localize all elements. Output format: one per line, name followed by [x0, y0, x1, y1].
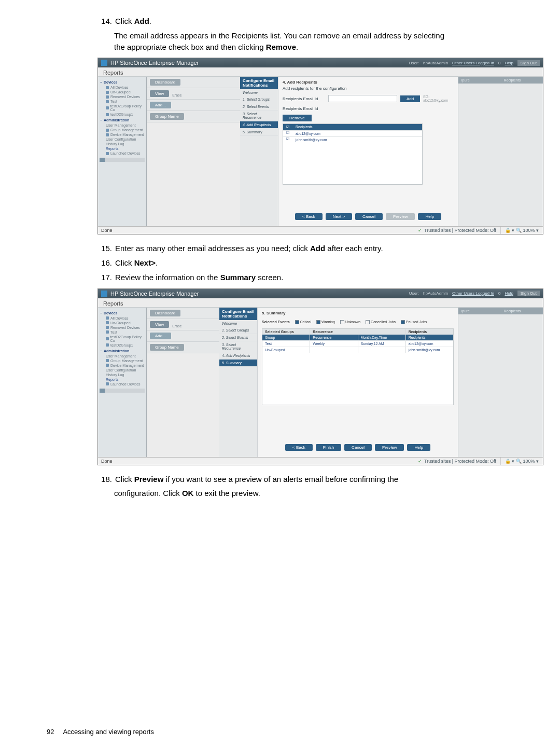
nav-tree: −Devices All Devices Un-Grouped Removed …: [98, 77, 147, 226]
screenshot-add-recipients: HP StoreOnce Enterprise Manager User: hp…: [97, 58, 543, 234]
checkbox-unknown: [340, 320, 344, 324]
nav-group1[interactable]: testD2Group1: [100, 112, 145, 117]
security-icon: 🔒 ▾: [505, 228, 516, 233]
table-row: Test Weekly Sunday,12 AM abc12@xy.com: [262, 340, 453, 347]
view-button[interactable]: View: [150, 321, 169, 328]
page-number: 92: [47, 728, 54, 736]
finish-button[interactable]: Finish: [316, 444, 341, 451]
wizard-step-5[interactable]: 5. Summary: [219, 360, 257, 367]
help-button[interactable]: Help: [418, 213, 441, 220]
page-footer: 92 Accessing and viewing reports: [47, 728, 154, 736]
help-link[interactable]: Help: [505, 61, 513, 65]
nav-scrollbar[interactable]: [100, 389, 145, 393]
nav-user-mgmt[interactable]: User Management: [100, 123, 145, 128]
table-row: Un-Grouped john.smith@xy.com: [262, 347, 453, 353]
zoom-icon: 🔍: [516, 459, 523, 464]
nav-tree: −Devices All Devices Un-Grouped Removed …: [98, 308, 147, 457]
hp-logo-icon: [101, 60, 107, 66]
group-name-column[interactable]: Group Name: [150, 113, 184, 120]
other-users-link[interactable]: Other Users Logged In: [452, 291, 494, 296]
dashboard-button[interactable]: Dashboard: [150, 310, 180, 316]
select-all-checkbox[interactable]: ☑: [283, 124, 292, 130]
recipient-email-input[interactable]: [328, 95, 397, 102]
cancel-button[interactable]: Cancel: [355, 213, 383, 220]
checkbox-cancelled: [366, 320, 370, 324]
add-toolbar-button[interactable]: Add...: [150, 102, 171, 108]
nav-scrollbar[interactable]: [100, 158, 145, 162]
wizard-steps: Configure Email Notifications Welcome 1.…: [240, 77, 278, 226]
footer-title: Accessing and viewing reports: [63, 728, 154, 736]
back-button[interactable]: < Back: [295, 213, 323, 220]
row-checkbox[interactable]: ☑: [283, 137, 292, 143]
checkbox-critical: [295, 320, 299, 324]
checkbox-paused: [401, 320, 405, 324]
nav-all-devices[interactable]: All Devices: [100, 85, 145, 90]
tab-reports[interactable]: Reports: [101, 300, 125, 307]
selected-events: Selected Events Critical Warning Unknown…: [262, 320, 454, 324]
recipients-column: Recipients: [292, 124, 422, 130]
right-panel: ipure Recipients: [458, 77, 543, 226]
wizard-panel-add-recipients: 4. Add Recipients Add recipients for the…: [278, 77, 458, 226]
wizard-step-4[interactable]: 4. Add Recipients: [240, 121, 278, 129]
screenshot-summary: HP StoreOnce Enterprise Manager User: hp…: [97, 288, 543, 465]
wizard-step-2[interactable]: 2. Select Events: [240, 103, 278, 110]
preview-button: Preview: [386, 213, 415, 220]
nav-removed[interactable]: Removed Devices: [100, 94, 145, 99]
preview-button[interactable]: Preview: [375, 444, 404, 451]
nav-history[interactable]: History Log: [100, 142, 145, 146]
wizard-step-5[interactable]: 5. Summary: [240, 129, 278, 136]
security-icon: 🔒 ▾: [505, 459, 516, 464]
step-14-detail: The email address appears in the Recipie…: [114, 30, 513, 53]
step-18: 18.Click Preview if you want to see a pr…: [97, 474, 513, 485]
nav-device-mgmt[interactable]: Device Management: [100, 132, 145, 137]
other-users-link[interactable]: Other Users Logged In: [452, 61, 494, 65]
help-button[interactable]: Help: [407, 444, 430, 451]
help-link[interactable]: Help: [505, 291, 513, 296]
sign-out-button[interactable]: Sign Out: [517, 291, 540, 296]
add-toolbar-button[interactable]: Add...: [150, 333, 171, 339]
step-15: 15.Enter as many other email addresses a…: [97, 243, 513, 254]
nav-launched[interactable]: Launched Devices: [100, 151, 145, 156]
checkbox-warning: [316, 320, 320, 324]
check-icon: ✓: [418, 228, 422, 233]
summary-table: Selected Groups Recurrence Recipients Gr…: [262, 328, 454, 405]
view-button[interactable]: View: [150, 90, 169, 97]
step-17: 17.Review the information on the Summary…: [97, 272, 513, 283]
email-label: Recipients Email Id: [283, 96, 325, 101]
nav-group-mgmt[interactable]: Group Management: [100, 128, 145, 132]
table-row[interactable]: ☑ abc12@xy.com: [283, 130, 422, 136]
nav-test[interactable]: Test: [100, 99, 145, 104]
hp-logo-icon: [101, 291, 107, 297]
app-title: HP StoreOnce Enterprise Manager: [110, 60, 199, 66]
wizard-step-3[interactable]: 3. Select Recurrence: [240, 110, 278, 121]
nav-policy[interactable]: testD2Group Policy Co: [100, 104, 145, 112]
wizard-header: Configure Email Notifications: [240, 77, 278, 89]
tab-reports[interactable]: Reports: [101, 69, 125, 76]
wizard-step-1[interactable]: 1. Select Groups: [240, 96, 278, 103]
step-14: 14.Click Add.: [97, 16, 513, 27]
add-button[interactable]: Add: [400, 95, 420, 102]
app-title-bar: HP StoreOnce Enterprise Manager User: hp…: [98, 289, 543, 298]
nav-ungrouped[interactable]: Un-Grouped: [100, 90, 145, 94]
tab-bar: Reports: [98, 67, 543, 77]
toolbar: Dashboard: [147, 77, 240, 88]
sign-out-button[interactable]: Sign Out: [517, 60, 540, 66]
row-checkbox[interactable]: ☑: [283, 131, 292, 136]
nav-user-config[interactable]: User Configuration: [100, 137, 145, 142]
nav-devices[interactable]: −Devices: [100, 80, 145, 84]
check-icon: ✓: [418, 459, 422, 464]
nav-reports[interactable]: Reports: [100, 146, 145, 151]
recipients-table: ☑ Recipients ☑ abc12@xy.com ☑ john.smith…: [283, 123, 423, 185]
dashboard-button[interactable]: Dashboard: [150, 79, 180, 86]
table-row[interactable]: ☑ john.smith@xy.com: [283, 136, 422, 143]
remove-button[interactable]: Remove: [283, 115, 312, 121]
wizard-footer: < Back Next > Cancel Preview Help: [283, 210, 454, 223]
zoom-icon: 🔍: [516, 228, 523, 233]
cancel-button[interactable]: Cancel: [344, 444, 372, 451]
panel-title: 4. Add Recipients: [283, 80, 454, 85]
browser-status-bar: Done ✓Trusted sites | Protected Mode: Of…: [98, 226, 543, 234]
app-title-bar: HP StoreOnce Enterprise Manager User: hp…: [98, 58, 543, 67]
next-button[interactable]: Next >: [326, 213, 352, 220]
nav-admin[interactable]: −Administration: [100, 118, 145, 122]
back-button[interactable]: < Back: [285, 444, 313, 451]
